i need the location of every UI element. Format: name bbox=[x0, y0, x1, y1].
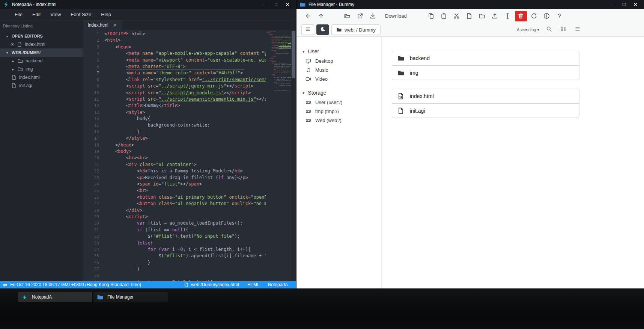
code-line[interactable]: $("#flist").append(flist[i].filename + "… bbox=[104, 253, 266, 259]
grid-view-button[interactable] bbox=[559, 25, 568, 34]
rename-button[interactable] bbox=[502, 11, 513, 21]
statusbar-filepath-group[interactable]: web:/Dummy/index.html bbox=[184, 282, 239, 287]
sidebar-item-desktop[interactable]: Desktop bbox=[302, 56, 381, 65]
code-line[interactable]: <p>Received drag-in filelist (if any)</p… bbox=[104, 175, 266, 181]
back-button[interactable] bbox=[302, 11, 314, 21]
app-launcher-button[interactable] bbox=[4, 292, 14, 302]
notepada-titlebar[interactable]: NotepadA - index.html – ✕ bbox=[0, 0, 296, 9]
breadcrumb[interactable]: web: / Dummy bbox=[331, 24, 381, 35]
sidebar-item-user-user[interactable]: User (user:/) bbox=[302, 98, 381, 107]
close-button[interactable]: ✕ bbox=[282, 0, 293, 9]
sidebar-section-header-user[interactable]: ▾User bbox=[302, 47, 381, 56]
code-line[interactable]: <div class="ui container"> bbox=[104, 161, 266, 168]
code-line[interactable]: } bbox=[104, 129, 266, 135]
code-line[interactable]: </head> bbox=[104, 142, 266, 148]
code-line[interactable]: <html> bbox=[104, 37, 266, 44]
code-line[interactable]: <span id="flist"></span> bbox=[104, 181, 266, 187]
refresh-button[interactable] bbox=[528, 11, 540, 21]
editor-scrollbar[interactable] bbox=[291, 30, 296, 281]
menu-button[interactable] bbox=[301, 24, 314, 35]
file-manager-titlebar[interactable]: File Manager - Dummy – ✕ bbox=[296, 0, 644, 9]
cut-button[interactable] bbox=[451, 11, 462, 21]
code-line[interactable]: <script src="../script/semantic/semantic… bbox=[104, 96, 266, 103]
maximize-button[interactable] bbox=[618, 0, 630, 9]
sidebar-item-music[interactable]: ♫Music bbox=[302, 65, 381, 74]
copy-button[interactable] bbox=[426, 11, 437, 21]
open-button[interactable] bbox=[342, 11, 353, 21]
code-line[interactable]: <head> bbox=[104, 44, 266, 50]
download-icon-button[interactable] bbox=[367, 11, 378, 21]
tree-item-img[interactable]: ▸img bbox=[0, 65, 83, 73]
upload-button[interactable] bbox=[489, 11, 501, 21]
code-line[interactable]: body{ bbox=[104, 116, 266, 122]
open-editors-section[interactable]: ▾OPEN EDITORS bbox=[0, 32, 83, 40]
code-line[interactable]: } bbox=[104, 266, 266, 272]
open-editor-item[interactable]: ✕index.html bbox=[0, 40, 83, 48]
code-line[interactable]: <meta name="apple-mobile-web-app-capable… bbox=[104, 50, 266, 57]
menu-edit[interactable]: Edit bbox=[27, 9, 45, 20]
menu-font-size[interactable]: Font Size bbox=[66, 9, 96, 20]
code-line[interactable]: <script src="../script/jquery.min.js"></… bbox=[104, 83, 266, 89]
scrollbar-thumb[interactable] bbox=[292, 31, 295, 78]
taskbar-item-file-manager[interactable]: File Manager bbox=[93, 292, 168, 302]
code-line[interactable]: </style> bbox=[104, 135, 266, 142]
minimize-button[interactable]: – bbox=[607, 0, 618, 9]
code-line[interactable]: var flist = ao_module_loadInputFiles(); bbox=[104, 220, 266, 226]
minimize-button[interactable]: – bbox=[259, 0, 271, 9]
search-button[interactable] bbox=[545, 25, 554, 34]
code-line[interactable]: for (var i =0; i < flist.length; i++){ bbox=[104, 246, 266, 253]
open-in-new-tab-button[interactable] bbox=[354, 11, 366, 21]
maximize-button[interactable] bbox=[271, 0, 282, 9]
code-line[interactable]: <meta name="theme-color" content="#4b75f… bbox=[104, 70, 266, 76]
code-line[interactable]: </div> bbox=[104, 207, 266, 214]
code-line[interactable] bbox=[104, 272, 266, 279]
code-line[interactable]: $("#flist").text("No input file"); bbox=[104, 233, 266, 240]
sidebar-item-web-web[interactable]: Web (web:/) bbox=[302, 116, 381, 125]
code-editor[interactable]: <!DOCTYPE html><html> <head> <meta name=… bbox=[104, 31, 266, 281]
dark-mode-toggle[interactable] bbox=[316, 24, 329, 35]
sidebar-item-video[interactable]: Video bbox=[302, 74, 381, 83]
workspace-section[interactable]: ▾WEB:/DUMMY/ bbox=[0, 48, 83, 57]
code-line[interactable]: <style> bbox=[104, 109, 266, 116]
new-folder-button[interactable] bbox=[477, 11, 488, 21]
file-row-img[interactable]: img bbox=[392, 65, 579, 80]
tab-index-html[interactable]: index.html ✕ bbox=[83, 20, 122, 30]
file-row-backend[interactable]: backend bbox=[392, 51, 579, 65]
menu-file[interactable]: File bbox=[10, 9, 27, 20]
tree-item-index-html[interactable]: index.html bbox=[0, 73, 83, 81]
code-line[interactable]: <button class="ui primary button" onclic… bbox=[104, 194, 266, 201]
list-view-button[interactable] bbox=[573, 25, 582, 34]
code-line[interactable]: <meta charset="UTF-8"> bbox=[104, 63, 266, 70]
new-file-button[interactable] bbox=[464, 11, 475, 21]
code-line[interactable]: <body> bbox=[104, 148, 266, 155]
delete-button[interactable] bbox=[515, 11, 527, 21]
file-row-init-agi[interactable]: init.agi bbox=[392, 103, 579, 118]
code-line[interactable]: <h3>This is a Dummy Testing Module</h3> bbox=[104, 168, 266, 174]
taskbar-item-notepada[interactable]: NotepadA bbox=[18, 292, 92, 302]
code-line[interactable]: <meta name="viewport" content="user-scal… bbox=[104, 57, 266, 63]
menu-view[interactable]: View bbox=[45, 9, 66, 20]
close-file-icon[interactable]: ✕ bbox=[11, 42, 14, 47]
file-row-index-html[interactable]: index.html bbox=[392, 89, 579, 103]
info-button[interactable] bbox=[541, 11, 552, 21]
tab-close-icon[interactable]: ✕ bbox=[113, 23, 117, 28]
sidebar-item-tmp-tmp[interactable]: tmp (tmp:/) bbox=[302, 107, 381, 116]
paste-button[interactable] bbox=[438, 11, 450, 21]
download-button[interactable]: Download bbox=[385, 13, 407, 19]
tree-item-init-agi[interactable]: init.agi bbox=[0, 81, 83, 90]
code-line[interactable]: <button class="ui negative button" onCli… bbox=[104, 201, 266, 207]
code-line[interactable]: <br><br> bbox=[104, 155, 266, 161]
help-button[interactable] bbox=[554, 11, 565, 21]
code-line[interactable]: <title>Dummy</title> bbox=[104, 103, 266, 109]
close-button[interactable]: ✕ bbox=[630, 0, 641, 9]
code-line[interactable]: <link rel="stylesheet" href="../script/s… bbox=[104, 77, 266, 83]
tree-item-backend[interactable]: ▸backend bbox=[0, 57, 83, 65]
code-line[interactable]: <!DOCTYPE html> bbox=[104, 31, 266, 37]
code-line[interactable]: <br> bbox=[104, 187, 266, 194]
code-line[interactable]: <script> bbox=[104, 214, 266, 220]
editor-minimap[interactable]: <!DOCTYPE html><html> <head> <meta name=… bbox=[267, 31, 291, 281]
up-button[interactable] bbox=[315, 11, 327, 21]
code-line[interactable]: function openFileSelector(){ bbox=[104, 279, 266, 281]
statusbar-language[interactable]: HTML bbox=[247, 282, 260, 287]
code-line[interactable]: }else{ bbox=[104, 240, 266, 246]
